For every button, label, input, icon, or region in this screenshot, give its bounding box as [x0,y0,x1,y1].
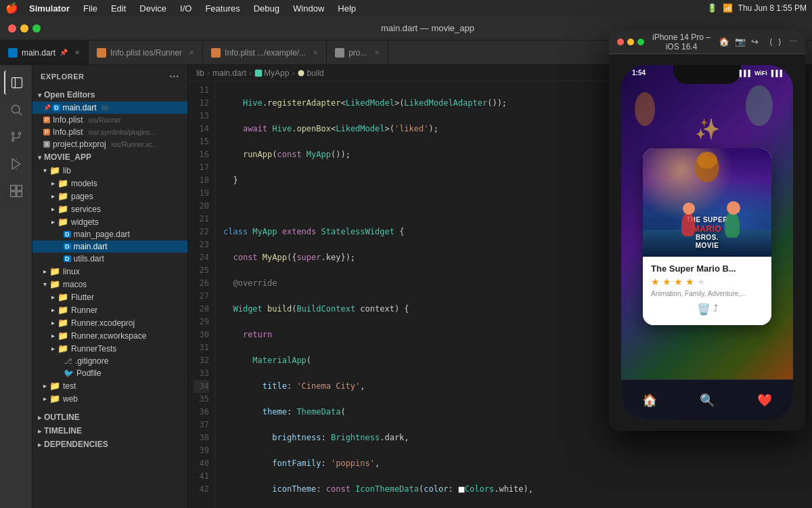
menu-window[interactable]: Window [290,2,327,15]
folder-runner[interactable]: ▸ 📁 Runner [32,303,187,316]
folder-services[interactable]: ▸ 📁 services [32,203,187,215]
folder-name: test [63,381,76,391]
phone-screenshot-icon[interactable]: 📷 [735,37,746,47]
chevron-right-timeline: ▸ [38,427,41,435]
folder-xcworkspace[interactable]: ▸ 📁 Runner.xcworkspace [32,329,187,342]
scene-glow: ✨ [695,119,720,140]
timeline-section[interactable]: ▸ TIMELINE [32,424,187,438]
open-editors-section[interactable]: ▾ Open Editors [32,88,187,102]
phone-minimize[interactable] [627,39,634,45]
folder-xcodeproj[interactable]: ▸ 📁 Runner.xcodeproj [32,316,187,329]
file-path: ios/.symlinks/plugins... [89,129,156,136]
tab-project[interactable]: pro... ✕ [327,41,388,64]
search-icon[interactable] [4,98,28,122]
svg-rect-11 [10,186,16,191]
breadcrumb-file[interactable]: main.dart [212,68,246,78]
phone-title: iPhone 14 Pro – iOS 16.4 [650,33,713,51]
folder-web[interactable]: ▸ 📁 web [32,392,187,405]
phone-menu-icon[interactable]: ⋯ [790,37,797,46]
file-gitignore[interactable]: ⎇ .gitignore [32,355,187,367]
phone-forward-icon[interactable]: ⟩ [778,37,782,47]
file-podfile[interactable]: 🐦 Podfile [32,367,187,379]
folder-models[interactable]: ▸ 📁 models [32,177,187,190]
chevron-right-icon-linux: ▸ [43,268,47,275]
open-editor-project[interactable]: X project.pbxproj ios/Runner.xc... [32,138,187,150]
folder-flutter[interactable]: ▸ 📁 Flutter [32,291,187,303]
movie-app-section[interactable]: ▾ MOVIE_APP [32,150,187,164]
close-button[interactable] [8,24,16,33]
share-action-icon[interactable]: ⤴ [713,303,718,316]
pin-small-icon: 📌 [43,104,50,111]
phone-screen: 1:54 ▌▌▌ WiFi ▐▐▐ ✨ [621,65,793,420]
menu-help[interactable]: Help [335,2,359,15]
minimize-button[interactable] [20,24,28,33]
folder-lib[interactable]: ▾ 📁 lib [32,164,187,177]
breadcrumb-method[interactable]: build [297,68,323,78]
wifi-signal-icon: WiFi [754,70,767,77]
menu-features[interactable]: Features [202,2,242,15]
phone-rotate-icon[interactable]: ↪ [751,37,759,47]
tab-main-dart[interactable]: main.dart 📌 ✕ [0,41,89,64]
folder-pages[interactable]: ▸ 📁 pages [32,190,187,203]
folder-icon: 📁 [49,165,60,175]
menu-device[interactable]: Device [137,2,169,15]
outline-label: OUTLINE [44,412,80,422]
source-control-icon[interactable] [4,125,28,149]
folder-test[interactable]: ▸ 📁 test [32,379,187,392]
chevron-right-icon-runner-tests: ▸ [51,345,55,352]
chevron-right-icon: ▸ [51,179,55,187]
phone-maximize[interactable] [637,39,644,45]
delete-action-icon[interactable]: 🗑️ [697,303,710,316]
folder-macos[interactable]: ▾ 📁 macos [32,278,187,291]
nav-liked-icon[interactable]: ❤️ [757,393,772,408]
svg-point-5 [18,132,20,134]
menu-io[interactable]: I/O [177,2,194,15]
phone-close[interactable] [617,39,624,45]
deco-2 [746,85,773,126]
movie-actions: 🗑️ ⤴ [651,303,763,318]
nav-home-icon[interactable]: 🏠 [642,393,657,408]
battery-icon: 🔋 [707,3,717,13]
file-main-dart[interactable]: D main.dart [32,240,187,253]
open-editor-main-dart[interactable]: 📌 D main.dart lib [32,102,187,114]
plist-file-icon-2 [211,48,221,58]
nav-search-icon[interactable]: 🔍 [700,393,715,408]
svg-marker-8 [12,159,20,169]
menu-edit[interactable]: Edit [108,2,129,15]
breadcrumb-lib[interactable]: lib [196,68,204,78]
tab-close-icon[interactable]: ✕ [74,49,80,56]
phone-home-icon[interactable]: 🏠 [719,37,729,47]
app-name[interactable]: Simulator [26,2,72,15]
folder-runner-tests[interactable]: ▸ 📁 RunnerTests [32,342,187,355]
phone-more-icon[interactable]: ⟨ [769,37,773,47]
poster-line4: MOVIE [686,242,728,250]
breadcrumb-class[interactable]: MyApp [254,68,289,78]
breadcrumb-sep-2: › [249,68,252,78]
apple-menu[interactable]: 🍎 [5,2,18,14]
tab-close-icon[interactable]: ✕ [313,49,318,56]
explorer-icon[interactable] [4,70,28,95]
outline-section[interactable]: ▸ OUTLINE [32,410,187,424]
bottom-sections: ▸ OUTLINE ▸ TIMELINE ▸ DEPENDENCIES [32,410,187,451]
dependencies-section[interactable]: ▸ DEPENDENCIES [32,438,187,451]
maximize-button[interactable] [32,24,41,33]
open-editor-info-plist-1[interactable]: P Info.plist ios/Runner [32,114,187,126]
tab-close-icon[interactable]: ✕ [374,49,380,56]
extensions-icon[interactable] [4,179,28,203]
tab-info-plist-example[interactable]: Info.plist .../example/... ✕ [203,41,327,64]
menu-file[interactable]: File [81,2,100,15]
folder-widgets[interactable]: ▸ 📁 widgets [32,215,187,228]
tab-close-icon[interactable]: ✕ [189,49,194,56]
open-editor-info-plist-2[interactable]: P Info.plist ios/.symlinks/plugins... [32,126,187,138]
folder-name: Runner [71,305,97,315]
file-main-page-dart[interactable]: D main_page.dart [32,228,187,240]
chevron-right-icon-flutter: ▸ [51,293,55,301]
chevron-right-outline: ▸ [38,414,41,421]
folder-linux[interactable]: ▸ 📁 linux [32,265,187,278]
menu-debug[interactable]: Debug [251,2,282,15]
sidebar-more-icon[interactable]: ··· [169,70,179,83]
file-utils-dart[interactable]: D utils.dart [32,253,187,265]
debug-icon[interactable] [4,152,28,176]
chevron-right-deps: ▸ [38,441,41,448]
tab-info-plist-runner[interactable]: Info.plist ios/Runner ✕ [89,41,203,64]
